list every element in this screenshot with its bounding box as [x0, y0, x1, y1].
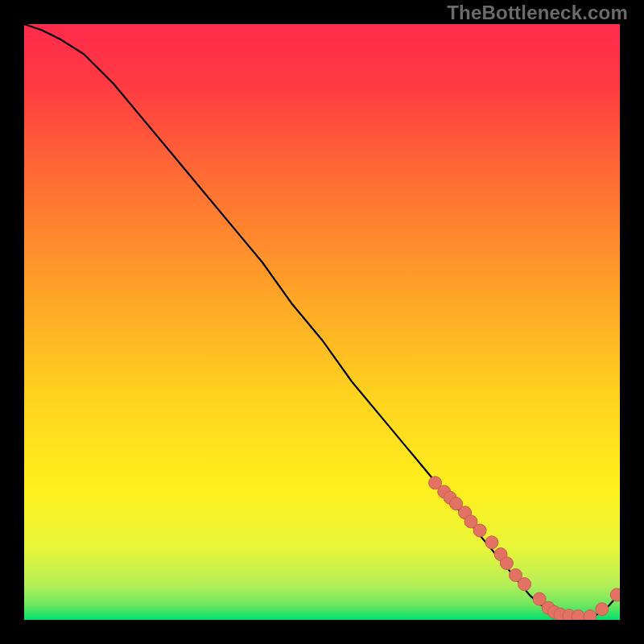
data-point [485, 536, 498, 549]
data-point [518, 578, 531, 591]
chart-svg [0, 0, 644, 644]
data-point [473, 524, 486, 537]
chart-frame: { "watermark": "TheBottleneck.com", "col… [0, 0, 644, 644]
watermark-text: TheBottleneck.com [447, 2, 628, 24]
data-point [500, 557, 513, 570]
data-point [596, 603, 609, 616]
plot-background [24, 24, 620, 620]
